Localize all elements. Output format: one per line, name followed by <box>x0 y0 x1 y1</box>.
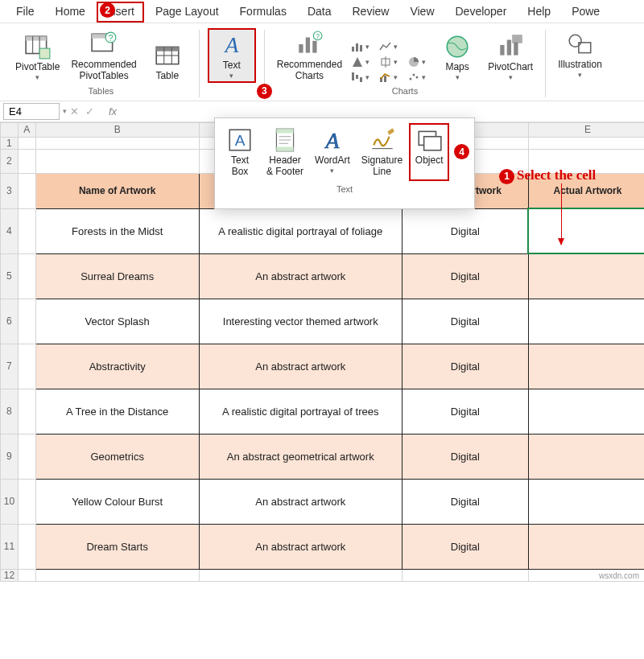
col-header-E[interactable]: E <box>528 122 644 137</box>
row-header[interactable]: 8 <box>1 389 19 434</box>
selected-cell[interactable] <box>528 208 644 253</box>
tab-file[interactable]: File <box>6 2 44 23</box>
row-header[interactable]: 7 <box>1 344 19 389</box>
table-cell[interactable]: Digital <box>402 344 528 389</box>
table-cell[interactable] <box>528 389 644 434</box>
illustrations-button[interactable]: Illustration ▾ <box>554 28 606 81</box>
divider <box>545 30 546 97</box>
tab-developer[interactable]: Developer <box>446 2 517 23</box>
table-cell[interactable]: Digital <box>402 524 528 569</box>
recommended-charts-icon: ? <box>295 31 323 58</box>
stat-chart-button[interactable]: ▾ <box>378 55 399 69</box>
table-cell[interactable]: Yellow Colour Burst <box>35 479 199 524</box>
row-header[interactable]: 1 <box>1 137 19 149</box>
callout-text-select-cell: Select the cell <box>517 167 596 183</box>
table-cell[interactable]: Digital <box>402 208 528 253</box>
table-cell[interactable]: Forests in the Midst <box>35 208 199 253</box>
row-header[interactable]: 10 <box>1 479 19 524</box>
table-cell[interactable] <box>528 524 644 569</box>
svg-rect-20 <box>352 47 354 51</box>
table-cell[interactable]: An abstract artwork <box>199 524 402 569</box>
row-header[interactable]: 11 <box>1 524 19 569</box>
pivot-chart-button[interactable]: PivotChart ▾ <box>484 31 537 84</box>
text-box-button[interactable]: A Text Box <box>220 123 260 181</box>
table-cell[interactable]: An abstract artwork <box>199 479 402 524</box>
table-cell[interactable]: An abstract geometrical artwork <box>199 434 402 479</box>
table-cell[interactable]: Abstractivity <box>35 344 199 389</box>
table-cell[interactable]: Digital <box>402 389 528 434</box>
table-cell[interactable]: An abstract artwork <box>199 344 402 389</box>
table-cell[interactable] <box>528 344 644 389</box>
row-header[interactable]: 2 <box>1 149 19 173</box>
recommended-pivot-button[interactable]: ? Recommended PivotTables <box>67 28 140 84</box>
pivot-table-label: PivotTable <box>15 62 60 73</box>
table-icon <box>154 42 181 69</box>
row-header[interactable]: 3 <box>1 173 19 208</box>
pivot-table-button[interactable]: PivotTable ▾ <box>11 31 64 84</box>
table-cell[interactable]: A realistic digital portrayal of foliage <box>199 208 402 253</box>
select-all-corner[interactable] <box>1 122 19 137</box>
table-cell[interactable]: A Tree in the Distance <box>35 389 199 434</box>
scatter-chart-button[interactable]: ▾ <box>406 70 427 84</box>
pie-chart-button[interactable]: ▾ <box>406 55 427 69</box>
table-cell[interactable]: Digital <box>402 299 528 344</box>
table-cell[interactable] <box>528 253 644 299</box>
table-header[interactable]: Name of Artwork <box>35 173 199 208</box>
bar-chart-button[interactable]: ▾ <box>349 39 371 54</box>
text-dropdown-button[interactable]: A Text ▾ <box>208 28 256 83</box>
tab-view[interactable]: View <box>400 2 444 23</box>
table-cell[interactable]: Geometrics <box>35 434 199 479</box>
table-cell[interactable]: An abstract artwork <box>199 253 402 299</box>
svg-rect-36 <box>507 40 511 56</box>
tab-home[interactable]: Home <box>46 2 95 23</box>
rec-charts-label: Recommended Charts <box>277 60 342 82</box>
signature-line-button[interactable]: Signature Line <box>357 123 407 181</box>
enter-icon[interactable]: ✓ <box>85 105 94 117</box>
table-cell[interactable]: Digital <box>402 434 528 479</box>
waterfall-chart-button[interactable]: ▾ <box>349 70 371 84</box>
hierarchy-chart-button[interactable]: ▾ <box>349 55 371 69</box>
row-header[interactable]: 5 <box>1 253 19 299</box>
callout-badge-1: 1 <box>499 169 514 184</box>
row-header[interactable]: 4 <box>1 208 19 253</box>
combo-chart-button[interactable]: ▾ <box>378 70 399 84</box>
tab-data[interactable]: Data <box>298 2 341 23</box>
table-cell[interactable] <box>528 299 644 344</box>
tab-formulas[interactable]: Formulas <box>230 2 296 23</box>
table-cell[interactable] <box>528 479 644 524</box>
table-cell[interactable]: Surreal Dreams <box>35 253 199 299</box>
cancel-icon[interactable]: ✕ <box>70 105 79 117</box>
row-header[interactable]: 6 <box>1 299 19 344</box>
table-cell[interactable]: Dream Starts <box>35 524 199 569</box>
line-chart-button[interactable]: ▾ <box>378 39 399 54</box>
table-cell[interactable]: Digital <box>402 253 528 299</box>
svg-rect-52 <box>424 137 441 150</box>
wordart-button[interactable]: A WordArt ▾ <box>310 123 355 181</box>
svg-point-31 <box>410 77 412 80</box>
table-cell[interactable] <box>528 434 644 479</box>
fx-label[interactable]: fx <box>109 105 117 117</box>
wordart-icon: A <box>319 126 346 154</box>
col-header-A[interactable]: A <box>18 122 35 137</box>
table-cell[interactable]: Vector Splash <box>35 299 199 344</box>
tab-help[interactable]: Help <box>518 2 560 23</box>
object-button[interactable]: Object <box>409 123 449 181</box>
table-cell[interactable]: Digital <box>402 479 528 524</box>
map-icon <box>444 33 471 60</box>
col-header-B[interactable]: B <box>35 122 199 137</box>
tab-page-layout[interactable]: Page Layout <box>146 2 229 23</box>
tab-power[interactable]: Powe <box>562 2 609 23</box>
tab-review[interactable]: Review <box>343 2 399 23</box>
row-header[interactable]: 12 <box>1 569 19 581</box>
header-footer-button[interactable]: Header & Footer <box>262 123 308 181</box>
text-box-label: Text Box <box>231 155 249 178</box>
name-box[interactable] <box>3 103 60 120</box>
svg-rect-45 <box>276 147 293 151</box>
row-header[interactable]: 9 <box>1 434 19 479</box>
maps-button[interactable]: Maps ▾ <box>434 31 481 84</box>
table-cell[interactable]: Interesting vector themed artwork <box>199 299 402 344</box>
table-cell[interactable]: A realistic digital portrayal of trees <box>199 389 402 434</box>
recommended-charts-button[interactable]: ? Recommended Charts <box>273 28 346 84</box>
svg-point-33 <box>416 76 419 78</box>
table-button[interactable]: Table <box>144 39 191 84</box>
